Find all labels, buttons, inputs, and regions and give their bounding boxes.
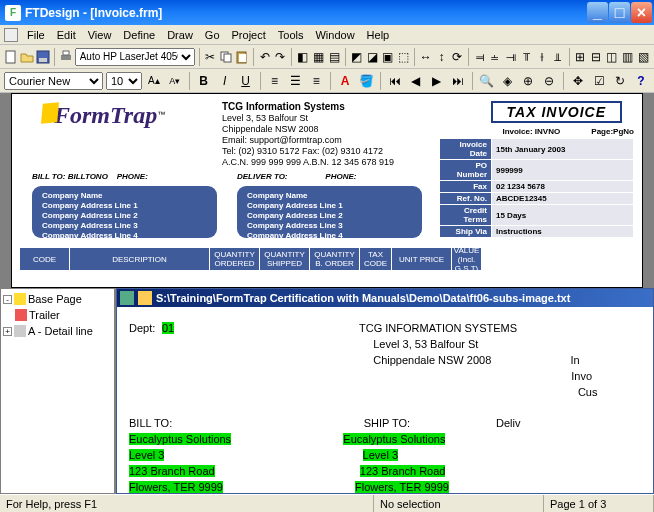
canvas-area: FormTrap™ TCG Information Systems Level … bbox=[0, 93, 654, 494]
new-icon[interactable] bbox=[4, 47, 18, 67]
text-center-icon[interactable]: ☰ bbox=[286, 71, 304, 91]
expand-icon[interactable]: + bbox=[3, 327, 12, 336]
move-icon[interactable]: ✥ bbox=[569, 71, 587, 91]
menu-project[interactable]: Project bbox=[226, 27, 272, 43]
misc-icon[interactable]: ◫ bbox=[605, 47, 619, 67]
misc-icon[interactable]: ⊞ bbox=[574, 47, 588, 67]
tool-icon[interactable]: ▤ bbox=[327, 47, 341, 67]
rotate-icon[interactable]: ⟳ bbox=[450, 47, 464, 67]
menubar: File Edit View Define Draw Go Project To… bbox=[0, 25, 654, 45]
app-icon: F bbox=[5, 5, 21, 21]
zoom-icon[interactable]: 🔍 bbox=[478, 71, 496, 91]
deliverto-caption: DELIVER TO: PHONE: bbox=[237, 172, 356, 181]
menu-go[interactable]: Go bbox=[199, 27, 226, 43]
tree-item[interactable]: Trailer bbox=[3, 307, 112, 323]
logo: FormTrap™ bbox=[42, 102, 165, 129]
height-icon[interactable]: ↕ bbox=[435, 47, 449, 67]
menu-define[interactable]: Define bbox=[117, 27, 161, 43]
save-icon[interactable] bbox=[36, 47, 50, 67]
document-icon[interactable] bbox=[4, 28, 18, 42]
text-color-icon[interactable]: A bbox=[336, 71, 354, 91]
doc-icon[interactable] bbox=[138, 291, 152, 305]
preview-titlebar[interactable]: S:\Training\FormTrap Certification with … bbox=[117, 289, 653, 307]
size-up-icon[interactable]: A▴ bbox=[145, 71, 163, 91]
align-bot-icon[interactable]: ⫫ bbox=[551, 47, 565, 67]
close-button[interactable]: × bbox=[631, 2, 652, 23]
svg-rect-4 bbox=[63, 51, 69, 55]
undo-icon[interactable]: ↶ bbox=[258, 47, 272, 67]
cut-icon[interactable]: ✂ bbox=[203, 47, 217, 67]
menu-draw[interactable]: Draw bbox=[161, 27, 199, 43]
page-icon bbox=[15, 309, 27, 321]
main-toolbar: Auto HP LaserJet 4050 P ✂ ↶ ↷ ◧ ▦ ▤ ◩ ◪ … bbox=[0, 45, 654, 69]
svg-rect-9 bbox=[14, 293, 26, 305]
grid-header: CODE DESCRIPTION QUANTITY ORDERED QUANTI… bbox=[20, 248, 482, 270]
text-right-icon[interactable]: ≡ bbox=[307, 71, 325, 91]
form-design-surface[interactable]: FormTrap™ TCG Information Systems Level … bbox=[11, 93, 643, 288]
zoom-in-icon[interactable]: ⊕ bbox=[519, 71, 537, 91]
font-toolbar: Courier New 10 A▴ A▾ B I U ≡ ☰ ≡ A 🪣 ⏮ ◀… bbox=[0, 69, 654, 93]
properties-icon[interactable]: ☑ bbox=[590, 71, 608, 91]
align-mid-icon[interactable]: ⫲ bbox=[536, 47, 550, 67]
preview-body[interactable]: Dept: 01 TCG INFORMATION SYSTEMS Level 3… bbox=[117, 307, 653, 512]
tool-icon[interactable]: ◩ bbox=[350, 47, 364, 67]
data-preview-panel: S:\Training\FormTrap Certification with … bbox=[116, 288, 654, 494]
paste-icon[interactable] bbox=[235, 47, 249, 67]
svg-rect-12 bbox=[120, 291, 134, 305]
maximize-button[interactable]: □ bbox=[609, 2, 630, 23]
width-icon[interactable]: ↔ bbox=[419, 47, 433, 67]
align-right-icon[interactable]: ⫣ bbox=[504, 47, 518, 67]
status-page: Page 1 of 3 bbox=[544, 495, 654, 512]
size-down-icon[interactable]: A▾ bbox=[166, 71, 184, 91]
align-center-icon[interactable]: ⫨ bbox=[488, 47, 502, 67]
tree-item[interactable]: +A - Detail line bbox=[3, 323, 112, 339]
tool-icon[interactable]: ▦ bbox=[312, 47, 326, 67]
italic-icon[interactable]: I bbox=[216, 71, 234, 91]
redo-icon[interactable]: ↷ bbox=[273, 47, 287, 67]
last-icon[interactable]: ⏭ bbox=[449, 71, 467, 91]
menu-view[interactable]: View bbox=[82, 27, 118, 43]
tool-icon[interactable]: ⬚ bbox=[397, 47, 411, 67]
font-select[interactable]: Courier New bbox=[4, 72, 103, 90]
collapse-icon[interactable]: - bbox=[3, 295, 12, 304]
fill-color-icon[interactable]: 🪣 bbox=[357, 71, 375, 91]
help-icon[interactable]: ? bbox=[632, 71, 650, 91]
menu-edit[interactable]: Edit bbox=[51, 27, 82, 43]
bold-icon[interactable]: B bbox=[195, 71, 213, 91]
svg-rect-11 bbox=[14, 325, 26, 337]
svg-rect-0 bbox=[6, 51, 15, 63]
prev-icon[interactable]: ◀ bbox=[407, 71, 425, 91]
menu-tools[interactable]: Tools bbox=[272, 27, 310, 43]
tool-icon[interactable]: ▣ bbox=[381, 47, 395, 67]
tool-icon[interactable]: ◧ bbox=[296, 47, 310, 67]
misc-icon[interactable]: ▥ bbox=[621, 47, 635, 67]
open-icon[interactable] bbox=[20, 47, 34, 67]
next-icon[interactable]: ▶ bbox=[428, 71, 446, 91]
refresh-icon[interactable]: ↻ bbox=[611, 71, 629, 91]
tool-icon[interactable]: ◪ bbox=[365, 47, 379, 67]
align-top-icon[interactable]: ⫪ bbox=[520, 47, 534, 67]
preview-path: S:\Training\FormTrap Certification with … bbox=[156, 292, 570, 304]
minimize-button[interactable]: _ bbox=[587, 2, 608, 23]
billto-caption: BILL TO: BILLTONO PHONE: bbox=[32, 172, 148, 181]
zoom-out-icon[interactable]: ⊖ bbox=[540, 71, 558, 91]
size-select[interactable]: 10 bbox=[106, 72, 142, 90]
misc-icon[interactable]: ▧ bbox=[636, 47, 650, 67]
misc-icon[interactable]: ⊟ bbox=[589, 47, 603, 67]
svg-rect-6 bbox=[224, 54, 231, 62]
menu-help[interactable]: Help bbox=[361, 27, 396, 43]
page-tree[interactable]: -Base Page Trailer +A - Detail line bbox=[0, 288, 115, 494]
print-icon[interactable] bbox=[59, 47, 73, 67]
nav-icon[interactable] bbox=[120, 291, 134, 305]
menu-window[interactable]: Window bbox=[309, 27, 360, 43]
copy-icon[interactable] bbox=[219, 47, 233, 67]
printer-select[interactable]: Auto HP LaserJet 4050 P bbox=[75, 48, 195, 66]
underline-icon[interactable]: U bbox=[237, 71, 255, 91]
zoom-fit-icon[interactable]: ◈ bbox=[498, 71, 516, 91]
tree-item[interactable]: -Base Page bbox=[3, 291, 112, 307]
first-icon[interactable]: ⏮ bbox=[386, 71, 404, 91]
text-left-icon[interactable]: ≡ bbox=[265, 71, 283, 91]
menu-file[interactable]: File bbox=[21, 27, 51, 43]
page-icon bbox=[14, 293, 26, 305]
align-left-icon[interactable]: ⫤ bbox=[473, 47, 487, 67]
